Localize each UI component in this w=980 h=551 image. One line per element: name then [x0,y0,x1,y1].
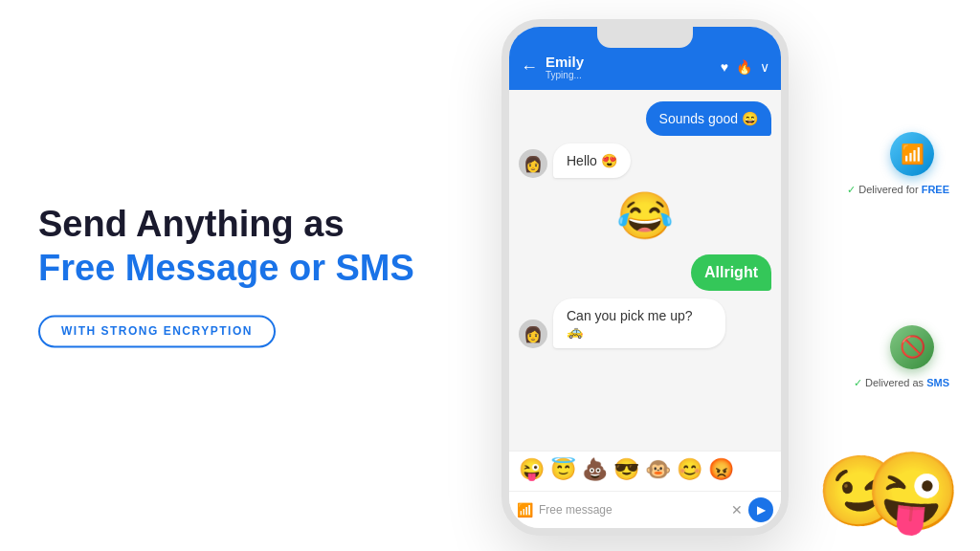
bubble-allright: Allright [691,254,771,291]
phone-mockup: ← Emily Typing... ♥ 🔥 ∨ Sounds good 😄 👩 … [501,19,789,536]
message-received-2: 👩 Can you pick me up? 🚕 [519,298,771,348]
headline-line1: Send Anything as [38,204,345,244]
chevron-icon[interactable]: ∨ [760,59,769,75]
headline-line2: Free Message or SMS [38,248,414,288]
emoji-sunglasses[interactable]: 😎 [613,457,639,482]
input-bar: 📶 Free message ✕ ▶ [509,491,781,528]
free-label: FREE [922,184,949,195]
bubble-sounds-good: Sounds good 😄 [646,101,771,136]
header-icons: ♥ 🔥 ∨ [721,59,769,75]
large-emoji-wink-right: 😜 [861,443,965,540]
message-sent-2: Allright [519,254,771,291]
right-section: ← Emily Typing... ♥ 🔥 ∨ Sounds good 😄 👩 … [406,0,980,551]
chat-body: Sounds good 😄 👩 Hello 😍 😂 Allright 👩 Can… [509,90,781,476]
check-icon-sms: ✓ [854,377,865,388]
avatar-emily-2: 👩 [519,320,547,348]
wifi-badge: 📶 [890,132,934,176]
heart-icon[interactable]: ♥ [721,59,728,75]
wifi-icon: 📶 [901,143,924,165]
delivered-free-label: ✓ Delivered for FREE [847,184,949,196]
sms-badge: 🚫 [890,325,934,369]
delivered-sms-label: ✓ Delivered as SMS [854,377,949,389]
emoji-smile[interactable]: 😊 [677,457,702,482]
contact-info: Emily Typing... [546,54,713,80]
back-button[interactable]: ← [521,57,538,77]
emoji-bar: 😜 😇 💩 😎 🐵 😊 😡 [509,451,781,488]
avatar-emily: 👩 [519,149,547,178]
message-sent-1: Sounds good 😄 [519,101,771,136]
emoji-monkey[interactable]: 🐵 [645,457,671,482]
emoji-halo[interactable]: 😇 [550,457,576,482]
phone-notch [597,27,693,48]
contact-name: Emily [546,54,713,70]
encryption-badge: WITH STRONG ENCRYPTION [38,316,276,348]
message-received-1: 👩 Hello 😍 [519,143,771,178]
delivered-free-text: Delivered for [858,184,918,195]
fire-icon[interactable]: 🔥 [736,59,752,75]
bubble-hello: Hello 😍 [553,143,631,178]
sms-label: SMS [926,377,949,388]
emoji-angry[interactable]: 😡 [708,457,734,482]
no-wifi-icon: 🚫 [900,335,925,360]
emoji-poop[interactable]: 💩 [582,457,608,482]
delivered-sms-text: Delivered as [865,377,924,388]
wifi-small-icon: 📶 [517,502,533,518]
send-button[interactable]: ▶ [748,497,773,522]
contact-status: Typing... [546,70,713,80]
emoji-wink[interactable]: 😜 [519,457,545,482]
headline: Send Anything as Free Message or SMS [38,203,440,290]
check-icon-free: ✓ [847,184,858,195]
clear-button[interactable]: ✕ [731,502,743,518]
emoji-sticker: 😂 [519,186,771,247]
left-section: Send Anything as Free Message or SMS WIT… [38,203,440,347]
bubble-pickup: Can you pick me up? 🚕 [553,298,725,348]
message-input[interactable]: Free message [539,503,725,517]
